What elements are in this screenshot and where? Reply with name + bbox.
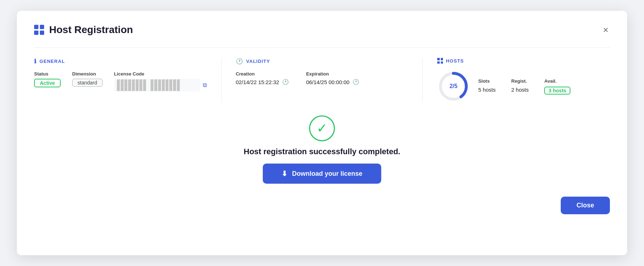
donut-label: 2/5 — [449, 83, 457, 90]
hosts-section-title: HOSTS — [437, 58, 610, 64]
hosts-section: HOSTS 2/5 Slots Regist — [423, 58, 610, 102]
expiration-label: Expiration — [306, 71, 359, 77]
validity-fields: Creation 02/14/22 15:22:32 🕐 Expiration … — [236, 71, 409, 85]
hosts-content: 2/5 Slots Regist. Avail. 5 hosts 2 hosts… — [437, 70, 610, 102]
avail-label: Avail. — [544, 78, 566, 84]
creation-value-row: 02/14/22 15:22:32 🕐 — [236, 79, 289, 85]
hosts-donut-chart: 2/5 — [437, 70, 470, 102]
general-fields: Status Active Dimension standard License… — [34, 71, 207, 92]
success-area: ✓ Host registration successfully complet… — [34, 115, 610, 184]
creation-label: Creation — [236, 71, 289, 77]
expiration-value: 06/14/25 00:00:00 — [306, 79, 350, 85]
dimension-label: Dimension — [72, 71, 102, 77]
status-label: Status — [34, 71, 61, 77]
checkmark-icon: ✓ — [317, 122, 327, 135]
general-section-title: ℹ GENERAL — [34, 58, 207, 65]
clock-section-icon: 🕐 — [236, 58, 243, 65]
slots-label: Slots — [478, 78, 500, 84]
regist-label: Regist. — [511, 78, 533, 84]
license-code-label: License Code — [114, 71, 207, 77]
general-section: ℹ GENERAL Status Active Dimension standa… — [34, 58, 221, 102]
creation-field-group: Creation 02/14/22 15:22:32 🕐 — [236, 71, 289, 85]
dimension-field-group: Dimension standard — [72, 71, 102, 87]
hosts-stat-labels-row: Slots Regist. Avail. — [478, 78, 570, 84]
app-grid-icon — [34, 25, 44, 35]
slots-value: 5 hosts — [478, 87, 500, 95]
license-code-value: ▓▓▓▓▓▓▓▓ ▓▓▓▓▓▓▓▓ ▓▓▓▓▓▓▓▓ ▓▓▓▓▓▓▓▓ — [114, 79, 200, 92]
close-action-button[interactable]: Close — [561, 197, 610, 214]
sections-row: ℹ GENERAL Status Active Dimension standa… — [34, 47, 610, 102]
license-code-field-group: License Code ▓▓▓▓▓▓▓▓ ▓▓▓▓▓▓▓▓ ▓▓▓▓▓▓▓▓ … — [114, 71, 207, 92]
title-row: Host Registration — [34, 24, 133, 36]
hosts-stats-grid: Slots Regist. Avail. 5 hosts 2 hosts 3 h… — [478, 78, 570, 95]
close-icon-button[interactable]: × — [602, 24, 610, 36]
creation-clock-icon: 🕐 — [282, 79, 289, 85]
download-button-label: Download your license — [292, 170, 362, 178]
info-icon: ℹ — [34, 58, 37, 65]
avail-badge: 3 hosts — [544, 87, 570, 95]
host-registration-modal: Host Registration × ℹ GENERAL Status Act… — [17, 11, 627, 255]
download-icon: ⬇ — [281, 169, 288, 178]
hosts-stat-values-row: 5 hosts 2 hosts 3 hosts — [478, 87, 570, 95]
modal-title: Host Registration — [49, 24, 133, 36]
success-check-circle: ✓ — [309, 115, 335, 141]
validity-section: 🕐 VALIDITY Creation 02/14/22 15:22:32 🕐 … — [221, 58, 423, 102]
hosts-grid-icon — [437, 58, 443, 64]
success-message: Host registration successfully completed… — [244, 147, 400, 156]
copy-icon[interactable]: ⧉ — [203, 82, 207, 88]
modal-footer: Close — [34, 197, 610, 214]
status-field-group: Status Active — [34, 71, 61, 87]
regist-value: 2 hosts — [511, 87, 533, 95]
expiration-field-group: Expiration 06/14/25 00:00:00 🕐 — [306, 71, 359, 85]
license-code-row: ▓▓▓▓▓▓▓▓ ▓▓▓▓▓▓▓▓ ▓▓▓▓▓▓▓▓ ▓▓▓▓▓▓▓▓ ⧉ — [114, 79, 207, 92]
download-license-button[interactable]: ⬇ Download your license — [263, 164, 381, 184]
creation-value: 02/14/22 15:22:32 — [236, 79, 279, 85]
expiration-value-row: 06/14/25 00:00:00 🕐 — [306, 79, 359, 85]
status-badge: Active — [34, 79, 61, 87]
expiration-clock-icon: 🕐 — [353, 79, 359, 85]
dimension-value: standard — [72, 79, 102, 87]
modal-header: Host Registration × — [34, 24, 610, 36]
validity-section-title: 🕐 VALIDITY — [236, 58, 409, 65]
